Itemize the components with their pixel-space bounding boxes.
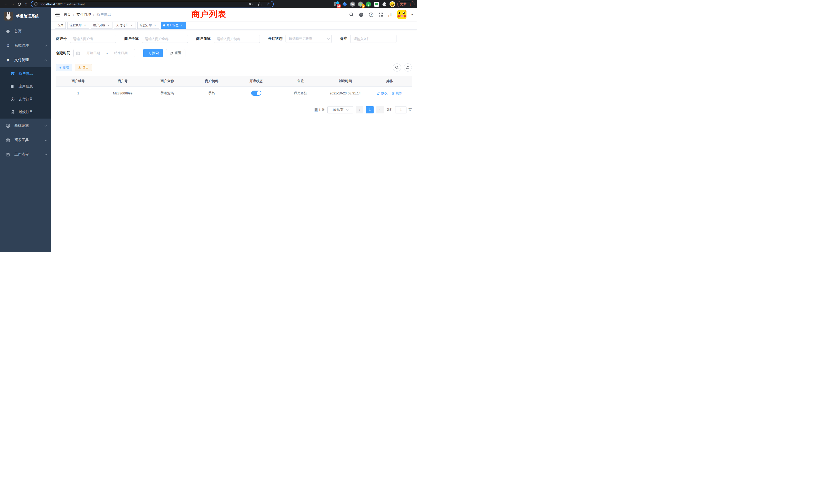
breadcrumb-home[interactable]: 首页 (64, 12, 71, 17)
sidebar-collapse-button[interactable] (55, 13, 60, 17)
pagination-total: 共 1 条 (314, 108, 325, 112)
sidebar-item-app-info[interactable]: 应用信息 (0, 80, 51, 93)
table-header-row: 商户编号 商户号 商户全称 商户简称 开启状态 备注 创建时间 操作 (56, 76, 412, 87)
tags-view-bar: 首页 流程表单 × 用户分组 × 支付订单 × 退款订单 × 商户信息 × (51, 21, 417, 30)
tab-user-group[interactable]: 用户分组 × (91, 22, 112, 29)
tab-merchant-info[interactable]: 商户信息 × (161, 22, 186, 29)
tab-close-icon[interactable]: × (180, 24, 183, 27)
full-name-input[interactable] (142, 35, 188, 43)
sidebar-item-label: 首页 (14, 29, 22, 33)
fullscreen-icon[interactable] (378, 12, 383, 17)
chevron-down-icon (44, 125, 47, 127)
bookmark-star-icon[interactable]: ☆ (266, 2, 270, 6)
monitor-icon (6, 124, 10, 128)
extension-proxy-icon[interactable]: 1 (358, 1, 363, 7)
font-size-icon[interactable]: TT (388, 12, 392, 17)
merchant-no-input[interactable] (70, 35, 116, 43)
password-key-icon[interactable] (249, 2, 253, 6)
browser-menu-kebab-icon[interactable]: ⋮ (409, 2, 412, 6)
page-size-select[interactable]: 10条/页 (327, 106, 353, 113)
extensions-puzzle-icon[interactable] (381, 1, 387, 7)
user-avatar[interactable] (397, 10, 407, 19)
add-button[interactable]: + 新增 (56, 64, 72, 71)
page-jumper: 前往 页 (387, 106, 412, 113)
tab-label: 支付订单 (116, 23, 129, 27)
tab-home[interactable]: 首页 (55, 22, 66, 29)
browser-reload-button[interactable] (16, 1, 23, 7)
tab-process-form[interactable]: 流程表单 × (67, 22, 89, 29)
merchant-table: 商户编号 商户号 商户全称 商户简称 开启状态 备注 创建时间 操作 1 M23… (56, 76, 412, 100)
start-date-placeholder: 开始日期 (82, 51, 105, 55)
sidebar-item-payment[interactable]: ¥ 支付管理 (0, 53, 51, 67)
help-icon[interactable]: ? (369, 12, 374, 17)
address-bar[interactable]: i localhost:1024/pay/merchant ☆ (31, 1, 274, 7)
export-button[interactable]: 导出 (75, 64, 92, 71)
chevron-down-icon (44, 45, 47, 47)
chevron-down-icon (346, 108, 349, 111)
browser-back-button[interactable]: ← (3, 1, 9, 7)
edit-link[interactable]: 修改 (377, 91, 388, 95)
browser-profile-avatar[interactable] (390, 1, 395, 7)
sidebar-item-workflow[interactable]: 工作流程 (0, 147, 51, 162)
share-icon[interactable] (258, 2, 262, 6)
extension-badge: 10 (337, 4, 341, 8)
sidebar-item-label: 系统管理 (14, 43, 29, 48)
app-logo-link[interactable]: 芋道管理系统 (0, 8, 51, 24)
full-name-label: 商户全称 (124, 37, 139, 41)
tab-close-icon[interactable]: × (83, 24, 87, 27)
search-button[interactable]: 搜索 (143, 49, 163, 57)
next-page-button[interactable]: › (376, 106, 384, 113)
browser-forward-button[interactable]: → (9, 1, 16, 7)
delete-link[interactable]: 删除 (392, 91, 402, 95)
github-icon[interactable] (359, 12, 364, 17)
toggle-search-button[interactable] (393, 63, 401, 72)
header-search-icon[interactable] (349, 12, 354, 17)
chevron-down-icon (44, 154, 47, 156)
sidebar-item-merchant-info[interactable]: 商户信息 (0, 67, 51, 80)
extension-yudao-icon[interactable]: y (366, 1, 371, 7)
sidebar-item-pay-order[interactable]: ¥ 支付订单 (0, 93, 51, 106)
status-select[interactable]: 请选择开启状态 (286, 35, 332, 43)
cell-actions: 修改 删除 (368, 87, 412, 100)
tab-pay-order[interactable]: 支付订单 × (114, 22, 136, 29)
browser-home-button[interactable]: ⌂ (23, 1, 29, 7)
cell-remark: 我是备注 (278, 87, 323, 100)
search-icon (147, 51, 151, 55)
browser-update-button[interactable]: 更新 ⋮ (397, 1, 414, 7)
search-icon (395, 66, 399, 69)
grid-icon (10, 85, 15, 88)
gear-icon: ⚙ (6, 43, 10, 48)
tab-label: 退款订单 (140, 23, 152, 27)
sidebar-item-infrastructure[interactable]: 基础设施 (0, 118, 51, 133)
extension-command-icon[interactable]: ⌘ (350, 1, 355, 7)
status-toggle[interactable] (251, 91, 261, 96)
goto-page-input[interactable] (395, 106, 407, 113)
tab-close-icon[interactable]: × (130, 24, 133, 27)
tab-label: 流程表单 (70, 23, 82, 27)
remark-input[interactable] (350, 35, 396, 43)
refresh-table-button[interactable] (404, 63, 412, 72)
sidebar-item-system[interactable]: ⚙ 系统管理 (0, 39, 51, 53)
create-time-range-picker[interactable]: 开始日期 - 结束日期 (73, 49, 135, 57)
site-info-icon[interactable]: i (35, 2, 38, 6)
reset-button[interactable]: 重置 (166, 49, 185, 57)
sidebar-item-home[interactable]: 首页 (0, 24, 51, 39)
extension-gem-icon[interactable] (342, 1, 347, 7)
tab-close-icon[interactable]: × (153, 24, 157, 27)
sidebar-item-dev-tools[interactable]: 研发工具 (0, 133, 51, 147)
calendar-icon (76, 51, 80, 55)
breadcrumb-separator: / (73, 13, 74, 17)
tab-refund-order[interactable]: 退款订单 × (137, 22, 159, 29)
tab-close-icon[interactable]: × (107, 24, 110, 27)
extension-chat-icon[interactable] (374, 1, 379, 7)
browser-chrome: ← → ⌂ i localhost:1024/pay/merchant ☆ 10 (0, 0, 417, 8)
prev-page-button[interactable]: ‹ (356, 106, 363, 113)
page-content: 商户号 商户全称 商户简称 开启状态 请选择开启状态 (51, 30, 417, 252)
short-name-input[interactable] (214, 35, 260, 43)
sidebar-item-refund-order[interactable]: 退款订单 (0, 106, 51, 118)
page-number-1[interactable]: 1 (366, 106, 374, 113)
breadcrumb-separator: / (93, 13, 94, 17)
avatar-caret-icon[interactable]: ▾ (411, 13, 413, 17)
extension-devtools-icon[interactable]: 10 (334, 1, 339, 7)
sidebar: 芋道管理系统 首页 ⚙ 系统管理 ¥ 支付管理 (0, 8, 51, 252)
